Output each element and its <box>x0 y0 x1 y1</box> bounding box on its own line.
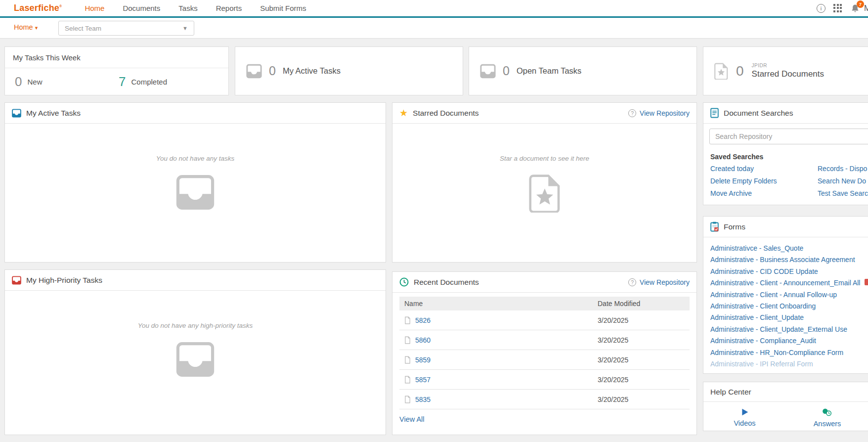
panel-header: My Active Tasks <box>5 103 386 124</box>
nav-item-reports[interactable]: Reports <box>216 4 242 12</box>
document-icon <box>404 396 411 403</box>
user-menu-clipped[interactable]: M <box>864 4 868 13</box>
form-link[interactable]: Administrative - HR_Non-Compliance Form <box>710 347 868 358</box>
repository-name: JPIDR <box>752 63 824 69</box>
panel-my-high-priority-tasks: My High-Priority Tasks You do not have a… <box>4 269 386 435</box>
saved-search-link[interactable]: Created today <box>710 163 777 175</box>
new-label: New <box>27 78 42 86</box>
date-modified-cell: 3/20/2025 <box>598 356 686 364</box>
new-tasks-stat: 0 New <box>15 68 42 95</box>
form-link[interactable]: Administrative - Business Associate Agre… <box>710 254 868 265</box>
form-link[interactable]: Administrativce - Sales_Quote <box>710 243 868 254</box>
panel-header: Help Center <box>703 382 868 402</box>
completed-label: Completed <box>131 78 167 86</box>
info-icon[interactable]: i <box>817 4 825 13</box>
panel-my-active-tasks: My Active Tasks You do not have any task… <box>4 102 386 263</box>
help-icon[interactable]: ? <box>628 278 636 286</box>
clipped-red-icon <box>865 279 868 285</box>
form-link-clipped[interactable]: Administrative - IPI Referral Form <box>710 358 868 368</box>
panel-title: Help Center <box>710 388 751 397</box>
answers-label: Answers <box>814 420 841 428</box>
info-icon-glyph: i <box>817 4 825 13</box>
table-row: 5835 3/20/2025 <box>399 390 690 409</box>
panel-help-center: Help Center Videos Answers <box>703 382 868 431</box>
starred-document-icon <box>714 63 728 80</box>
empty-state: You do not have any high-priority tasks <box>5 291 386 378</box>
panel-forms: Forms Administrativce - Sales_Quote Admi… <box>703 216 868 374</box>
panel-title: My High-Priority Tasks <box>26 276 102 285</box>
panel-header: Forms <box>703 217 868 237</box>
empty-state-text: Star a document to see it here <box>500 155 589 162</box>
answers-chat-icon <box>822 408 833 417</box>
card-my-tasks-this-week[interactable]: My Tasks This Week 0 New 7 Completed <box>4 46 229 95</box>
empty-state: You do not have any tasks <box>5 124 386 211</box>
document-link[interactable]: 5857 <box>415 376 431 384</box>
nav-item-documents[interactable]: Documents <box>123 4 160 12</box>
laserfiche-logo[interactable]: Laserfiche® <box>14 3 62 13</box>
app-grid-icon[interactable] <box>833 4 842 13</box>
document-icon <box>404 356 411 364</box>
card-my-active-tasks[interactable]: 0 My Active Tasks <box>235 46 463 95</box>
view-repository-link[interactable]: View Repository <box>640 278 690 286</box>
active-tasks-count: 0 <box>269 64 276 78</box>
column-header-date-modified: Date Modified <box>598 300 686 308</box>
view-all-link[interactable]: View All <box>399 415 425 423</box>
date-modified-cell: 3/20/2025 <box>598 316 686 324</box>
table-row: 5860 3/20/2025 <box>399 330 690 350</box>
saved-search-link[interactable]: Test Save Searc <box>818 187 868 200</box>
panel-header: Recent Documents ? View Repository <box>392 272 696 293</box>
card-open-team-tasks[interactable]: 0 Open Team Tasks <box>469 46 697 95</box>
panel-title: Forms <box>724 222 745 231</box>
saved-search-link[interactable]: Delete Empty Folders <box>710 175 777 187</box>
document-search-icon <box>710 108 719 118</box>
form-link[interactable]: Administrative - Client_Update <box>710 312 868 323</box>
empty-state-text: You do not have any high-priority tasks <box>138 322 253 329</box>
nav-item-tasks[interactable]: Tasks <box>178 4 197 12</box>
form-link[interactable]: Administrative - CID CODE Update <box>710 266 868 277</box>
team-select-dropdown[interactable]: Select Team ▼ <box>58 21 194 36</box>
help-icon[interactable]: ? <box>628 109 636 117</box>
form-link[interactable]: Administrative - Client - Annual Follow-… <box>710 289 868 301</box>
forms-icon <box>710 221 719 232</box>
document-link[interactable]: 5859 <box>415 356 431 364</box>
panel-title: Starred Documents <box>413 109 479 118</box>
document-link[interactable]: 5860 <box>415 336 431 344</box>
empty-inbox-icon <box>176 341 215 378</box>
starred-label: Starred Documents <box>752 69 824 79</box>
search-repository-input[interactable] <box>709 129 868 144</box>
form-link[interactable]: Administrative - Client_Update_External … <box>710 324 868 335</box>
saved-search-link[interactable]: Search New Do <box>818 175 868 187</box>
form-link[interactable]: Administrative - Client - Announcement_E… <box>710 277 868 289</box>
notifications-bell-icon[interactable]: 7 <box>850 3 860 13</box>
document-icon <box>404 316 411 324</box>
panel-header: My High-Priority Tasks <box>5 270 386 291</box>
date-modified-cell: 3/20/2025 <box>598 376 686 384</box>
form-link[interactable]: Administrative - Client Onboarding <box>710 301 868 312</box>
starred-count: 0 <box>736 63 744 79</box>
card-starred-documents[interactable]: 0 JPIDR Starred Documents <box>703 46 868 95</box>
table-header-row: Name Date Modified <box>399 297 690 310</box>
home-breadcrumb-dropdown[interactable]: Home▾ <box>14 23 38 31</box>
saved-searches-column-1: Created today Delete Empty Folders Move … <box>710 163 777 200</box>
document-link[interactable]: 5835 <box>415 396 431 403</box>
nav-item-home[interactable]: Home <box>85 4 104 12</box>
form-link[interactable]: Administrative - Compliance_Audit <box>710 335 868 347</box>
new-count: 0 <box>15 74 22 89</box>
notification-badge: 7 <box>857 0 864 8</box>
help-answers[interactable]: Answers <box>786 408 868 428</box>
empty-state: Star a document to see it here <box>392 124 696 213</box>
team-tasks-count: 0 <box>503 64 510 78</box>
inbox-icon <box>246 64 262 79</box>
document-link[interactable]: 5826 <box>415 316 431 324</box>
saved-search-link[interactable]: Records - Dispo <box>818 163 868 175</box>
date-modified-cell: 3/20/2025 <box>598 396 686 403</box>
help-videos[interactable]: Videos <box>703 408 786 428</box>
panel-header: Document Searches <box>703 103 868 124</box>
view-repository-link[interactable]: View Repository <box>640 109 690 117</box>
table-row: 5859 3/20/2025 <box>399 350 690 370</box>
sub-header-bar: Home▾ Select Team ▼ <box>0 18 868 39</box>
saved-search-link[interactable]: Move Archive <box>710 187 777 200</box>
nav-item-submit-forms[interactable]: Submit Forms <box>260 4 306 12</box>
clock-icon <box>399 277 409 287</box>
card-title: My Tasks This Week <box>5 47 228 68</box>
